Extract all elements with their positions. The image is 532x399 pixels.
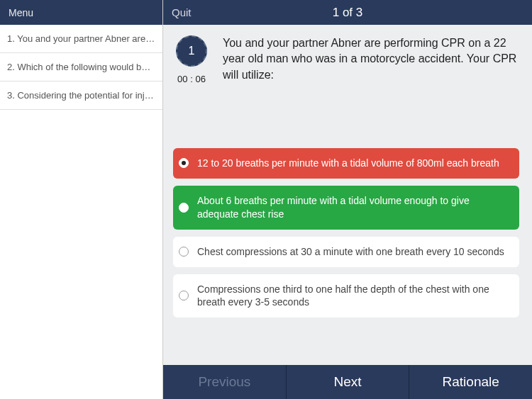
sidebar-item-q3[interactable]: 3. Considering the potential for inj… — [0, 82, 162, 110]
answer-option-4[interactable]: Compressions one third to one half the d… — [173, 274, 519, 318]
question-number-badge: 1 — [176, 35, 207, 67]
question-list: 1. You and your partner Abner are… 2. Wh… — [0, 25, 162, 399]
answer-option-1[interactable]: 12 to 20 breaths per minute with a tidal… — [173, 148, 519, 179]
main-panel: Quit 1 of 3 1 00 : 06 You and your partn… — [163, 0, 532, 399]
radio-icon — [179, 158, 189, 168]
question-row: 1 00 : 06 You and your partner Abner are… — [170, 35, 525, 84]
question-text: You and your partner Abner are performin… — [223, 35, 525, 84]
sidebar-item-q2[interactable]: 2. Which of the following would be… — [0, 53, 162, 82]
answer-option-3[interactable]: Chest compressions at 30 a minute with o… — [173, 237, 519, 267]
menu-button[interactable]: Menu — [0, 0, 162, 25]
answer-text: 12 to 20 breaths per minute with a tidal… — [197, 157, 509, 170]
radio-icon — [179, 203, 189, 213]
footer-nav: Previous Next Rationale — [163, 365, 532, 399]
sidebar-item-q1[interactable]: 1. You and your partner Abner are… — [0, 25, 162, 53]
sidebar: Menu 1. You and your partner Abner are… … — [0, 0, 163, 399]
previous-button[interactable]: Previous — [163, 365, 287, 399]
content-area: 1 00 : 06 You and your partner Abner are… — [163, 25, 532, 365]
answer-text: Compressions one third to one half the d… — [197, 283, 509, 310]
answer-option-2[interactable]: About 6 breaths per minute with a tidal … — [173, 186, 519, 230]
rationale-button[interactable]: Rationale — [409, 365, 532, 399]
question-meta: 1 00 : 06 — [170, 35, 213, 84]
answer-text: About 6 breaths per minute with a tidal … — [197, 194, 509, 221]
quit-button[interactable]: Quit — [172, 6, 192, 18]
answer-text: Chest compressions at 30 a minute with o… — [197, 245, 509, 259]
progress-indicator: 1 of 3 — [333, 6, 363, 20]
menu-label: Menu — [9, 7, 33, 18]
radio-icon — [179, 291, 189, 300]
timer: 00 : 06 — [177, 74, 206, 84]
main-header: Quit 1 of 3 — [163, 0, 532, 25]
answer-list: 12 to 20 breaths per minute with a tidal… — [170, 148, 525, 317]
radio-icon — [179, 247, 189, 257]
next-button[interactable]: Next — [287, 365, 410, 399]
